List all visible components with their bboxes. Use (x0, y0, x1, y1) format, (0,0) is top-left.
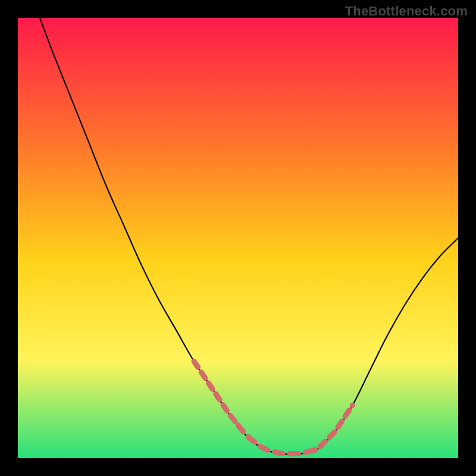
watermark-text: TheBottleneck.com (345, 4, 468, 19)
chart-frame: TheBottleneck.com (0, 0, 476, 476)
bottleneck-chart-svg (18, 18, 458, 458)
plot-area (18, 18, 458, 458)
gradient-background (18, 18, 458, 458)
